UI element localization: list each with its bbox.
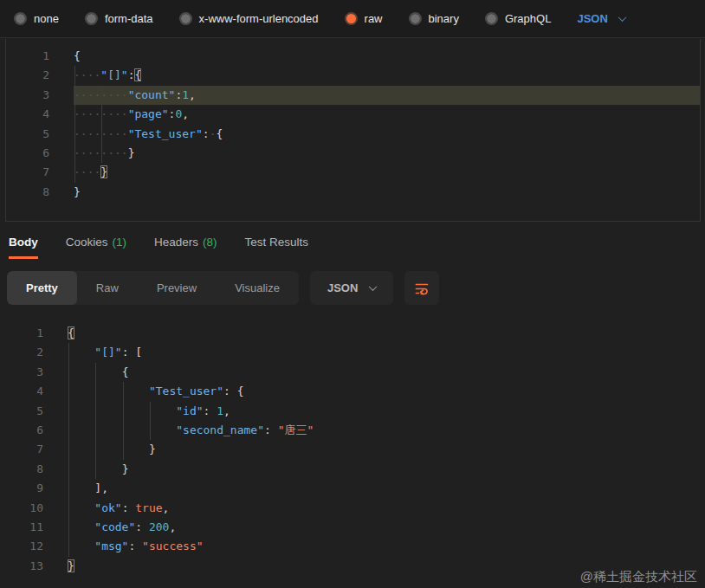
body-type-option-form-data[interactable]: form-data xyxy=(85,12,153,25)
view-tab-pretty[interactable]: Pretty xyxy=(7,271,77,305)
body-type-label: raw xyxy=(365,12,383,25)
raw-language-selector[interactable]: JSON xyxy=(577,12,624,25)
code-text: ····} xyxy=(74,163,700,182)
line-number: 1 xyxy=(6,47,74,66)
token-wsd: ········ xyxy=(74,88,128,101)
code-line: 3········"count":1, xyxy=(6,86,700,105)
token-n: 200 xyxy=(149,520,169,533)
token-k: "count" xyxy=(128,88,176,101)
tab-label: Headers xyxy=(154,236,198,249)
line-number: 6 xyxy=(0,421,68,440)
body-type-label: none xyxy=(34,12,59,25)
token-bb: { xyxy=(68,326,74,339)
code-line: 6 "second_name": "唐三" xyxy=(0,421,705,440)
indent-guide-icon xyxy=(68,421,69,440)
token-ws xyxy=(68,443,149,456)
tab-test-results[interactable]: Test Results xyxy=(245,236,309,259)
token-p: : { xyxy=(223,384,243,397)
code-text: } xyxy=(74,183,700,202)
code-text: { xyxy=(68,324,705,343)
chevron-down-icon xyxy=(618,13,626,22)
body-type-option-binary[interactable]: binary xyxy=(409,12,459,25)
token-k: "code" xyxy=(94,520,135,533)
body-type-label: form-data xyxy=(105,12,153,25)
body-type-option-x-www-form-urlencoded[interactable]: x-www-form-urlencoded xyxy=(179,12,319,25)
token-ws xyxy=(68,501,94,514)
view-tab-raw[interactable]: Raw xyxy=(77,271,138,305)
body-type-bar: noneform-datax-www-form-urlencodedrawbin… xyxy=(0,0,705,38)
token-p: } xyxy=(74,185,81,198)
token-k: "Test_user" xyxy=(128,127,203,140)
indent-guide-icon xyxy=(101,86,102,105)
indent-guide-icon xyxy=(95,363,96,382)
radio-icon xyxy=(179,12,192,25)
token-ws xyxy=(68,423,176,436)
tab-label: Body xyxy=(9,236,38,249)
indent-guide-icon xyxy=(74,163,75,182)
indent-guide-icon xyxy=(68,440,69,459)
line-number: 2 xyxy=(6,66,74,85)
code-text: ], xyxy=(68,479,705,498)
line-number: 3 xyxy=(6,86,74,105)
token-p: { xyxy=(122,365,129,378)
tab-cookies[interactable]: Cookies(1) xyxy=(66,236,126,259)
token-ws xyxy=(68,520,94,533)
tab-label: Test Results xyxy=(245,236,309,249)
response-tabs: BodyCookies(1)Headers(8)Test Results xyxy=(9,236,308,259)
indent-guide-icon xyxy=(68,460,69,479)
token-p: , xyxy=(169,520,176,533)
token-wsd: ········ xyxy=(74,146,128,159)
token-ws xyxy=(68,384,149,397)
token-p: , xyxy=(163,501,170,514)
response-body-viewer[interactable]: 1{2 "[]": [3 {4 "Test_user": {5 "id": 1,… xyxy=(0,317,705,588)
body-type-option-raw[interactable]: raw xyxy=(345,12,383,25)
line-number: 9 xyxy=(0,479,68,498)
token-wsd: ···· xyxy=(74,68,100,81)
line-number: 4 xyxy=(0,382,68,401)
line-number: 3 xyxy=(0,363,68,382)
radio-icon xyxy=(345,12,358,25)
indent-guide-icon xyxy=(74,125,75,144)
indent-guide-icon xyxy=(68,479,69,498)
body-type-option-none[interactable]: none xyxy=(14,12,59,25)
token-p: } xyxy=(149,443,156,456)
token-wsd: ········ xyxy=(74,107,128,120)
view-tab-visualize[interactable]: Visualize xyxy=(216,271,299,305)
line-number: 10 xyxy=(0,499,68,518)
indent-guide-icon xyxy=(68,499,69,518)
line-number: 5 xyxy=(6,125,74,144)
tab-headers[interactable]: Headers(8) xyxy=(154,236,217,259)
line-number: 2 xyxy=(0,343,68,362)
token-bb: } xyxy=(68,559,74,572)
response-format-dropdown[interactable]: JSON xyxy=(310,271,393,305)
code-line: 5 "id": 1, xyxy=(0,402,705,421)
indent-guide-icon xyxy=(68,343,69,362)
indent-guide-icon xyxy=(74,66,75,85)
code-text: { xyxy=(68,363,705,382)
indent-guide-icon xyxy=(123,382,124,401)
body-type-label: x-www-form-urlencoded xyxy=(199,12,319,25)
raw-language-value: JSON xyxy=(577,12,607,25)
indent-guide-icon xyxy=(74,144,75,163)
tab-body[interactable]: Body xyxy=(9,236,38,259)
code-line: 11 "code": 200, xyxy=(0,518,705,537)
code-line: 3 { xyxy=(0,363,705,382)
token-p: { xyxy=(74,49,81,62)
view-tab-preview[interactable]: Preview xyxy=(138,271,216,305)
code-text: ········} xyxy=(74,144,700,163)
tab-count-badge: (8) xyxy=(203,236,217,249)
radio-icon xyxy=(14,12,27,25)
wrap-lines-button[interactable] xyxy=(404,271,439,305)
code-line: 2 "[]": [ xyxy=(0,343,705,362)
code-text: { xyxy=(74,47,700,66)
body-type-option-GraphQL[interactable]: GraphQL xyxy=(485,12,551,25)
token-ws xyxy=(68,540,94,552)
token-p: : [ xyxy=(122,346,142,359)
indent-guide-icon xyxy=(123,421,124,440)
code-line: 12 "msg": "success" xyxy=(0,537,705,556)
code-line: 4········"page":0, xyxy=(6,105,700,124)
indent-guide-icon xyxy=(101,144,102,163)
request-body-editor[interactable]: 1{2····"[]":{3········"count":1,4·······… xyxy=(5,39,701,222)
line-number: 8 xyxy=(0,460,68,479)
code-line: 7····} xyxy=(6,163,700,182)
